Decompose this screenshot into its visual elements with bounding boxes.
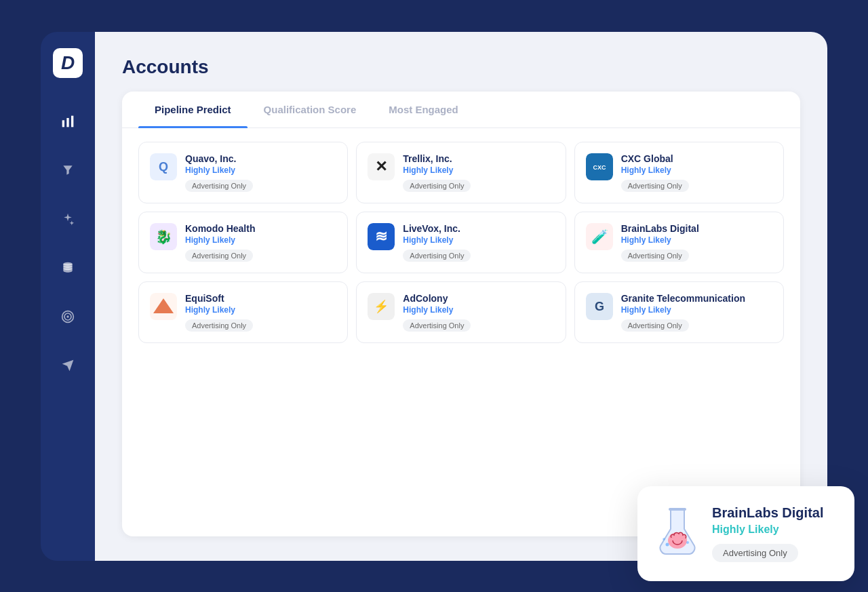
account-status: Highly Likely xyxy=(403,165,554,175)
svg-point-6 xyxy=(66,315,68,317)
popup-company-name: BrainLabs Digital xyxy=(712,505,835,521)
sidebar-icon-send[interactable] xyxy=(54,352,81,379)
account-name: Trellix, Inc. xyxy=(403,153,554,164)
account-tag: Advertising Only xyxy=(403,250,471,262)
account-logo xyxy=(150,293,177,320)
tab-pipeline-predict[interactable]: Pipeline Predict xyxy=(138,92,248,127)
account-card[interactable]: EquiSoft Highly Likely Advertising Only xyxy=(138,281,348,343)
account-tag: Advertising Only xyxy=(621,180,689,192)
account-card[interactable]: ≋ LiveVox, Inc. Highly Likely Advertisin… xyxy=(356,212,566,273)
svg-text:⚡: ⚡ xyxy=(374,299,389,314)
account-card[interactable]: ✕ Trellix, Inc. Highly Likely Advertisin… xyxy=(356,142,566,203)
account-card[interactable]: G Granite Telecommunication Highly Likel… xyxy=(574,281,784,343)
tab-panel: Pipeline Predict Qualification Score Mos… xyxy=(122,92,800,536)
svg-text:✕: ✕ xyxy=(375,158,387,175)
account-card[interactable]: CXC CXC Global Highly Likely Advertising… xyxy=(574,142,784,203)
account-tag: Advertising Only xyxy=(185,180,253,192)
account-status: Highly Likely xyxy=(403,305,554,315)
account-tag: Advertising Only xyxy=(185,319,253,332)
sidebar-icon-funnel[interactable] xyxy=(54,157,81,184)
tab-bar: Pipeline Predict Qualification Score Mos… xyxy=(122,92,800,128)
account-name: Granite Telecommunication xyxy=(621,293,772,304)
svg-rect-1 xyxy=(66,118,68,127)
account-tag: Advertising Only xyxy=(621,250,689,262)
account-tag: Advertising Only xyxy=(403,319,471,332)
account-info: Granite Telecommunication Highly Likely … xyxy=(621,293,772,332)
logo-letter: D xyxy=(61,52,75,74)
svg-text:Q: Q xyxy=(159,160,168,174)
account-logo: ≋ xyxy=(368,223,395,250)
account-status: Highly Likely xyxy=(621,305,772,315)
popup-status: Highly Likely xyxy=(712,524,835,536)
account-info: LiveVox, Inc. Highly Likely Advertising … xyxy=(403,223,554,262)
tab-qualification-score[interactable]: Qualification Score xyxy=(248,92,373,127)
account-tag: Advertising Only xyxy=(621,319,689,332)
sidebar-icon-sparkle[interactable] xyxy=(54,205,81,233)
account-status: Highly Likely xyxy=(403,235,554,245)
app-logo: D xyxy=(53,48,83,78)
account-status: Highly Likely xyxy=(621,235,772,245)
account-status: Highly Likely xyxy=(185,305,336,315)
main-area: Accounts Pipeline Predict Qualification … xyxy=(95,32,827,561)
account-logo: Q xyxy=(150,153,177,180)
sidebar-icon-target[interactable] xyxy=(54,303,81,330)
account-tag: Advertising Only xyxy=(403,180,471,192)
svg-text:CXC: CXC xyxy=(593,163,606,170)
account-info: CXC Global Highly Likely Advertising Onl… xyxy=(621,153,772,192)
account-card[interactable]: ⚡ AdColony Highly Likely Advertising Onl… xyxy=(356,281,566,343)
account-info: BrainLabs Digital Highly Likely Advertis… xyxy=(621,223,772,262)
account-name: BrainLabs Digital xyxy=(621,223,772,234)
svg-text:🐉: 🐉 xyxy=(155,228,172,244)
account-card[interactable]: 🐉 Komodo Health Highly Likely Advertisin… xyxy=(138,212,348,273)
svg-text:G: G xyxy=(595,300,604,313)
svg-point-29 xyxy=(686,541,689,544)
app-container: D Accounts Pipeline Predict Qualificatio… xyxy=(41,32,827,561)
account-name: AdColony xyxy=(403,293,554,304)
svg-point-28 xyxy=(663,538,665,540)
account-card[interactable]: 🧪 BrainLabs Digital Highly Likely Advert… xyxy=(574,212,784,273)
account-logo: ✕ xyxy=(368,153,395,180)
account-info: Trellix, Inc. Highly Likely Advertising … xyxy=(403,153,554,192)
svg-rect-2 xyxy=(71,115,73,127)
account-name: Komodo Health xyxy=(185,223,336,234)
popup-card: BrainLabs Digital Highly Likely Advertis… xyxy=(637,486,854,581)
popup-info: BrainLabs Digital Highly Likely Advertis… xyxy=(712,505,835,562)
account-logo: 🧪 xyxy=(586,223,613,250)
account-status: Highly Likely xyxy=(185,165,336,175)
svg-text:🧪: 🧪 xyxy=(591,228,608,244)
svg-text:≋: ≋ xyxy=(375,228,387,245)
account-card[interactable]: Q Quavo, Inc. Highly Likely Advertising … xyxy=(138,142,348,203)
account-logo: CXC xyxy=(586,153,613,180)
svg-rect-25 xyxy=(669,508,686,511)
accounts-grid: Q Quavo, Inc. Highly Likely Advertising … xyxy=(122,128,800,357)
svg-rect-0 xyxy=(62,120,64,127)
page-title: Accounts xyxy=(122,56,800,78)
account-tag: Advertising Only xyxy=(185,250,253,262)
sidebar-icon-database[interactable] xyxy=(54,254,81,281)
account-name: Quavo, Inc. xyxy=(185,153,336,164)
svg-point-27 xyxy=(666,542,669,546)
account-logo: 🐉 xyxy=(150,223,177,250)
account-info: AdColony Highly Likely Advertising Only xyxy=(403,293,554,332)
popup-flask-icon xyxy=(654,505,701,559)
account-status: Highly Likely xyxy=(185,235,336,245)
tab-most-engaged[interactable]: Most Engaged xyxy=(372,92,475,127)
account-info: EquiSoft Highly Likely Advertising Only xyxy=(185,293,336,332)
sidebar: D xyxy=(41,32,95,561)
account-logo: G xyxy=(586,293,613,320)
sidebar-icon-chart[interactable] xyxy=(54,108,81,135)
account-name: CXC Global xyxy=(621,153,772,164)
account-name: LiveVox, Inc. xyxy=(403,223,554,234)
popup-tag: Advertising Only xyxy=(712,544,798,562)
account-name: EquiSoft xyxy=(185,293,336,304)
account-info: Komodo Health Highly Likely Advertising … xyxy=(185,223,336,262)
account-status: Highly Likely xyxy=(621,165,772,175)
account-info: Quavo, Inc. Highly Likely Advertising On… xyxy=(185,153,336,192)
account-logo: ⚡ xyxy=(368,293,395,320)
